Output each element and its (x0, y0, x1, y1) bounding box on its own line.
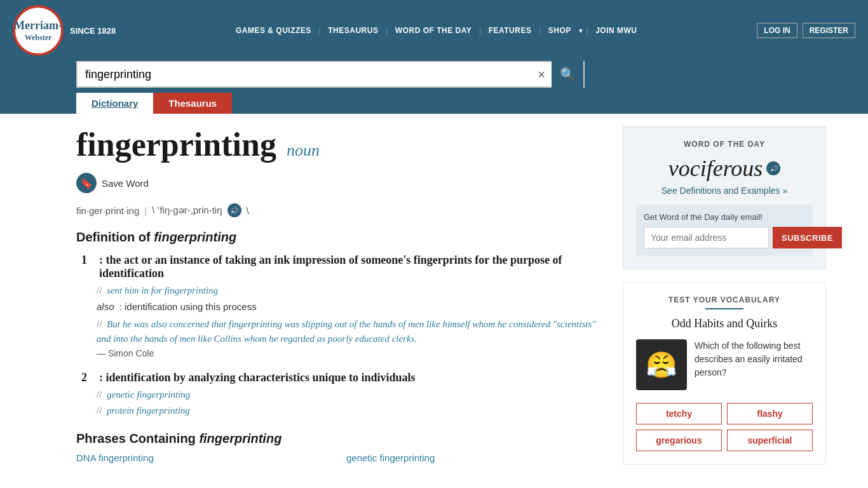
phrases-heading-word: fingerprinting (199, 431, 281, 445)
def-1-quote: // But he was also concerned that finger… (97, 317, 604, 346)
def-2-text: : identification by analyzing characteri… (99, 371, 604, 384)
subscribe-button[interactable]: SUBSCRIBE (773, 227, 842, 248)
main-nav: GAMES & QUIZZES | THESAURUS | WORD OF TH… (128, 24, 744, 37)
pron-parts: fin·ger·print·ing (76, 205, 139, 216)
pronunciation: fin·ger·print·ing | \ ˈfiŋ-gər-ˌprin-tiŋ… (76, 203, 604, 217)
nav-join[interactable]: JOIN MWU (590, 24, 642, 37)
phrase-item-genetic[interactable]: genetic fingerprinting (346, 452, 604, 463)
search-wrapper: × 🔍 (76, 61, 585, 88)
example-slash-2-icon: // (97, 390, 102, 400)
word-title: fingerprinting (76, 126, 276, 163)
tab-bar: Dictionary Thesaurus (0, 93, 868, 114)
phrase-item-dna[interactable]: DNA fingerprinting (76, 452, 334, 463)
tab-dictionary[interactable]: Dictionary (76, 93, 153, 114)
phrases-grid: DNA fingerprinting genetic fingerprintin… (76, 452, 604, 463)
def-1-text: : the act or an instance of taking an in… (99, 254, 604, 280)
definition-heading-text-plain: Definition of (76, 230, 154, 244)
quiz-option-superficial[interactable]: superficial (727, 430, 813, 451)
def-1-colon: : (99, 254, 106, 266)
def-1-num: 1 (81, 254, 94, 280)
search-button[interactable]: 🔍 (552, 61, 583, 88)
wotd-word: vociferous 🔊 (636, 155, 813, 182)
quiz-title: Odd Habits and Quirks (636, 317, 813, 330)
audio-icon[interactable]: 🔊 (227, 203, 241, 217)
save-bookmark-icon: 🔖 (76, 173, 97, 193)
quiz-content: 😤 Which of the following best describes … (636, 339, 813, 395)
example-slash-3-icon: // (97, 405, 102, 416)
quiz-card: TEST YOUR VOCABULARY Odd Habits and Quir… (623, 282, 826, 464)
def-1-number-row: 1 : the act or an instance of taking an … (81, 254, 604, 280)
logo: Merriam- Webster (13, 5, 64, 56)
nav-divider-4: | (539, 26, 540, 36)
example-slash-icon: // (97, 285, 102, 295)
header-top: Merriam- Webster SINCE 1828 GAMES & QUIZ… (0, 0, 868, 61)
register-link[interactable]: REGISTER (803, 23, 855, 38)
def-2-number-row: 2 : identification by analyzing characte… (81, 371, 604, 384)
search-input[interactable] (78, 68, 531, 81)
wotd-word-text: vociferous (668, 155, 763, 182)
tab-thesaurus[interactable]: Thesaurus (153, 93, 232, 114)
wotd-card: WORD OF THE DAY vociferous 🔊 See Definit… (623, 126, 826, 269)
quiz-underline (705, 308, 743, 309)
nav-shop[interactable]: SHOP (543, 24, 576, 37)
quiz-options: tetchy flashy gregarious superficial (636, 403, 813, 451)
shop-chevron-icon: ▼ (578, 27, 584, 34)
since-label: SINCE 1828 (70, 26, 116, 36)
search-clear-button[interactable]: × (531, 67, 552, 82)
wotd-email-input[interactable] (644, 227, 769, 248)
pron-divider: | (144, 205, 147, 216)
quiz-question: Which of the following best describes an… (695, 339, 813, 379)
search-icon: 🔍 (560, 67, 576, 82)
also-label: also (97, 301, 114, 312)
word-header-line: fingerprinting noun (76, 126, 604, 163)
def-2-example-1: // genetic fingerprinting (97, 390, 604, 400)
nav-features[interactable]: FEATURES (484, 24, 537, 37)
wotd-email-row: SUBSCRIBE (644, 227, 805, 248)
definition-heading-word: fingerprinting (154, 230, 236, 244)
def-1-attribution: — Simon Cole (97, 348, 604, 358)
main-content: fingerprinting noun 🔖 Save Word fin·ger·… (0, 114, 868, 477)
nav-divider-1: | (319, 26, 320, 36)
logo-area: Merriam- Webster SINCE 1828 (13, 5, 116, 56)
quote-slash-icon: // (97, 319, 102, 329)
nav-divider-2: | (386, 26, 387, 36)
nav-shop-wrapper[interactable]: SHOP ▼ (543, 24, 584, 37)
wotd-email-section: Get Word of the Day daily email! SUBSCRI… (636, 205, 813, 256)
logo-text-mw: Merriam- (14, 19, 62, 33)
logo-text-webster: Webster (25, 33, 52, 42)
def-2-num: 2 (81, 371, 94, 384)
quiz-option-gregarious[interactable]: gregarious (636, 430, 722, 451)
pron-phonetic: \ ˈfiŋ-gər-ˌprin-tiŋ (152, 205, 222, 216)
def-2-colon: : (99, 371, 106, 384)
article: fingerprinting noun 🔖 Save Word fin·ger·… (76, 126, 623, 464)
save-word-label: Save Word (102, 178, 149, 189)
word-pos: noun (287, 141, 320, 159)
quiz-option-flashy[interactable]: flashy (727, 403, 813, 424)
definition-2: 2 : identification by analyzing characte… (81, 371, 604, 416)
nav-games[interactable]: GAMES & QUIZZES (231, 24, 316, 37)
def-2-example-2: // protein fingerprinting (97, 405, 604, 416)
definition-1: 1 : the act or an instance of taking an … (81, 254, 604, 358)
login-link[interactable]: LOG IN (757, 23, 797, 38)
nav-divider-3: | (479, 26, 480, 36)
def-1-example-1: // sent him in for fingerprinting (97, 285, 604, 296)
phrases-heading: Phrases Containing fingerprinting (76, 431, 604, 446)
wotd-link-text: See Definitions and Examples » (661, 186, 787, 196)
quiz-image: 😤 (636, 339, 687, 390)
nav-thesaurus[interactable]: THESAURUS (323, 24, 383, 37)
wotd-audio-icon[interactable]: 🔊 (766, 161, 780, 175)
quiz-label: TEST YOUR VOCABULARY (636, 295, 813, 304)
nav-divider-5: | (587, 26, 588, 36)
sidebar: WORD OF THE DAY vociferous 🔊 See Definit… (623, 126, 826, 464)
save-word-button[interactable]: 🔖 Save Word (76, 173, 149, 193)
phrases-heading-plain: Phrases Containing (76, 431, 199, 445)
wotd-definitions-link[interactable]: See Definitions and Examples » (636, 186, 813, 196)
search-bar: × 🔍 (0, 61, 868, 93)
quiz-emoji: 😤 (646, 350, 677, 380)
auth-links: LOG IN REGISTER (757, 23, 855, 38)
quiz-option-tetchy[interactable]: tetchy (636, 403, 722, 424)
pron-close: \ (247, 205, 249, 216)
def-1-also: also : identification using this process (97, 301, 604, 312)
definition-heading: Definition of fingerprinting (76, 230, 604, 245)
nav-wotd[interactable]: WORD OF THE DAY (390, 24, 477, 37)
